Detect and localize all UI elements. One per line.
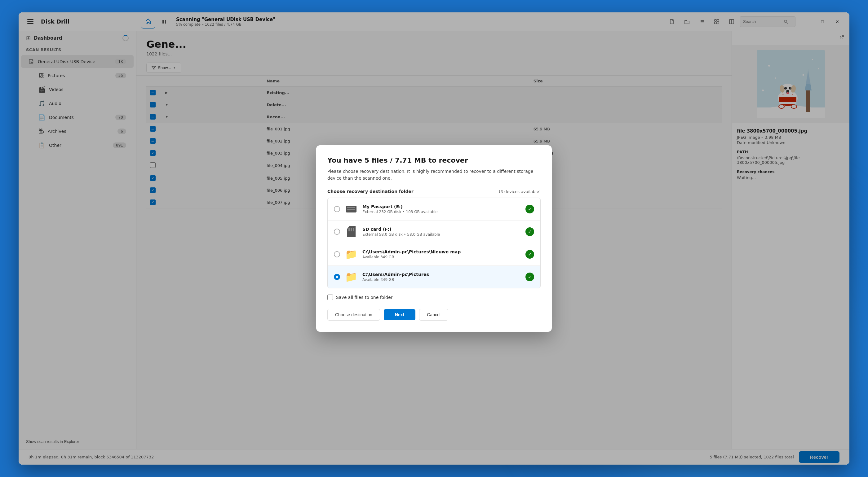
dest-detail-nieuwe: Available 349 GB — [362, 255, 521, 259]
sd-icon-card — [345, 226, 358, 238]
dest-detail-sd: External 58.0 GB disk • 58.0 GB availabl… — [362, 232, 521, 237]
verified-check-passport: ✓ — [525, 205, 534, 213]
verified-check-nieuwe: ✓ — [525, 250, 534, 259]
svg-rect-48 — [347, 207, 355, 208]
modal-title: You have 5 files / 7.71 MB to recover — [328, 157, 540, 164]
svg-rect-53 — [353, 228, 354, 231]
destination-sd-card[interactable]: SD card (F:) External 58.0 GB disk • 58.… — [328, 220, 540, 243]
dest-name-sd: SD card (F:) — [362, 227, 521, 232]
verified-check-sd: ✓ — [525, 227, 534, 236]
next-button[interactable]: Next — [384, 309, 415, 320]
app-window: Disk Drill Scanning "General UDisk USB D… — [19, 12, 849, 465]
dest-info-passport: My Passport (E:) External 232 GB disk • … — [362, 204, 521, 214]
dest-info-nieuwe: C:\Users\Admin-pc\Pictures\Nieuwe map Av… — [362, 249, 521, 259]
recovery-modal: You have 5 files / 7.71 MB to recover Pl… — [316, 145, 552, 332]
hdd-icon-passport — [345, 203, 358, 215]
modal-section-header: Choose recovery destination folder (3 de… — [328, 189, 540, 194]
modal-description: Please choose recovery destination. It i… — [328, 168, 540, 182]
svg-rect-49 — [347, 209, 355, 210]
dest-name-passport: My Passport (E:) — [362, 204, 521, 209]
devices-available: (3 devices available) — [499, 189, 540, 194]
dest-name-pictures: C:\Users\Admin-pc\Pictures — [362, 272, 521, 277]
radio-nieuwe-map[interactable] — [334, 251, 340, 258]
destination-nieuwe-map[interactable]: 📁 C:\Users\Admin-pc\Pictures\Nieuwe map … — [328, 243, 540, 266]
destination-list: My Passport (E:) External 232 GB disk • … — [328, 198, 540, 288]
cancel-button[interactable]: Cancel — [419, 309, 448, 320]
destination-my-passport[interactable]: My Passport (E:) External 232 GB disk • … — [328, 198, 540, 220]
choose-destination-button[interactable]: Choose destination — [328, 309, 380, 320]
dest-info-sd: SD card (F:) External 58.0 GB disk • 58.… — [362, 227, 521, 237]
folder-icon-pictures: 📁 — [345, 271, 358, 283]
svg-rect-51 — [348, 228, 350, 231]
modal-section-title: Choose recovery destination folder — [328, 189, 413, 194]
radio-sd-card[interactable] — [334, 229, 340, 235]
destination-pictures[interactable]: 📁 C:\Users\Admin-pc\Pictures Available 3… — [328, 266, 540, 288]
modal-buttons: Choose destination Next Cancel — [328, 309, 540, 320]
dest-detail-passport: External 232 GB disk • 103 GB available — [362, 210, 521, 214]
save-one-folder-checkbox[interactable] — [328, 295, 333, 300]
radio-pictures[interactable] — [334, 274, 340, 280]
folder-icon-nieuwe: 📁 — [345, 248, 358, 261]
save-folder-row: Save all files to one folder — [328, 295, 540, 300]
dest-info-pictures: C:\Users\Admin-pc\Pictures Available 349… — [362, 272, 521, 282]
save-folder-label: Save all files to one folder — [336, 295, 393, 300]
svg-rect-52 — [351, 228, 352, 231]
verified-check-pictures: ✓ — [525, 273, 534, 281]
svg-rect-50 — [347, 211, 351, 211]
radio-my-passport[interactable] — [334, 206, 340, 212]
modal-overlay: You have 5 files / 7.71 MB to recover Pl… — [19, 12, 849, 465]
dest-detail-pictures: Available 349 GB — [362, 277, 521, 282]
dest-name-nieuwe: C:\Users\Admin-pc\Pictures\Nieuwe map — [362, 249, 521, 254]
